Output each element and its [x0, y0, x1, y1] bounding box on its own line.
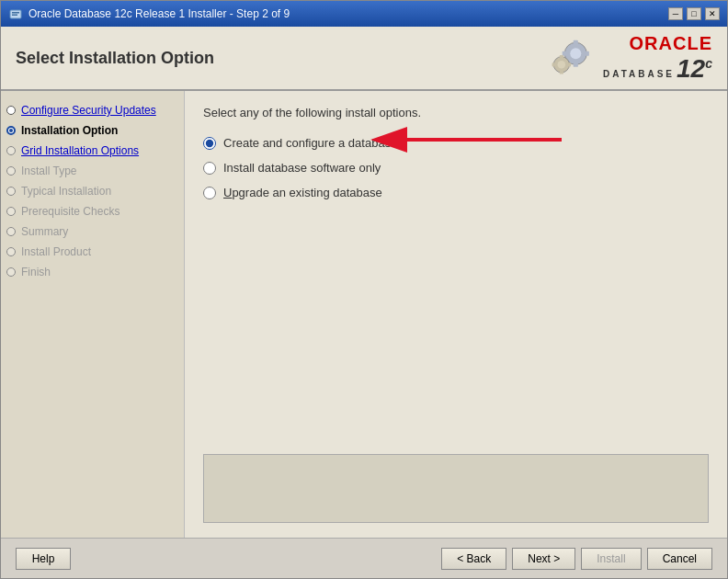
help-button[interactable]: Help — [16, 548, 71, 570]
sidebar-label-installation-option: Installation Option — [21, 124, 118, 137]
oracle-db-line: DATABASE 12c — [603, 54, 712, 84]
header: Select Installation Option ORACLE — [1, 27, 727, 91]
svg-point-4 — [570, 48, 581, 59]
oracle-text-block: ORACLE DATABASE 12c — [603, 33, 712, 84]
sidebar-label-grid-installation: Grid Installation Options — [21, 144, 139, 157]
svg-rect-13 — [552, 62, 555, 66]
step-dot-3 — [6, 146, 16, 155]
svg-point-10 — [558, 61, 566, 69]
main-panel: Select any of the following install opti… — [185, 91, 727, 538]
step-dot-7 — [6, 227, 16, 236]
radio-upgrade-existing[interactable] — [203, 187, 216, 199]
option-create-configure[interactable]: Create and configure a database — [203, 136, 709, 150]
window-title: Oracle Database 12c Release 1 Installer … — [28, 7, 290, 20]
sidebar-item-install-type: Install Type — [1, 161, 184, 181]
sidebar: Configure Security Updates Installation … — [1, 91, 185, 538]
oracle-gears-icon — [544, 35, 599, 81]
option-software-only[interactable]: Install database software only — [203, 161, 709, 175]
content-area: Configure Security Updates Installation … — [1, 91, 727, 538]
svg-rect-1 — [12, 12, 19, 14]
footer-nav-buttons: < Back Next > Install Cancel — [441, 548, 712, 570]
page-title: Select Installation Option — [16, 49, 214, 68]
sidebar-item-installation-option: Installation Option — [1, 120, 184, 141]
svg-rect-6 — [574, 63, 578, 67]
cancel-button[interactable]: Cancel — [647, 548, 712, 570]
svg-rect-5 — [574, 40, 578, 44]
sidebar-label-prerequisite-checks: Prerequisite Checks — [21, 205, 119, 218]
oracle-wordmark: ORACLE — [630, 33, 712, 54]
title-bar-left: Oracle Database 12c Release 1 Installer … — [8, 6, 290, 21]
footer: Help < Back Next > Install Cancel — [1, 538, 727, 578]
sidebar-label-install-product: Install Product — [21, 245, 91, 258]
close-button[interactable]: ✕ — [705, 7, 720, 20]
back-button[interactable]: < Back — [441, 548, 506, 570]
step-dot-4 — [6, 166, 16, 176]
sidebar-label-summary: Summary — [21, 225, 68, 238]
step-dot-8 — [6, 247, 16, 256]
oracle-logo: ORACLE DATABASE 12c — [544, 33, 712, 84]
sidebar-label-typical-installation: Typical Installation — [21, 185, 111, 198]
sidebar-item-typical-installation: Typical Installation — [1, 181, 184, 201]
app-icon — [8, 6, 23, 21]
svg-rect-11 — [560, 55, 563, 58]
sidebar-item-install-product: Install Product — [1, 242, 184, 262]
minimize-button[interactable]: ─ — [668, 7, 683, 20]
installation-options-group: Create and configure a database Install … — [203, 136, 709, 199]
title-bar: Oracle Database 12c Release 1 Installer … — [1, 1, 727, 27]
step-dot-2 — [6, 126, 16, 135]
next-button[interactable]: Next > — [512, 548, 575, 570]
step-dot-9 — [6, 267, 16, 277]
option-upgrade-existing-label: Upgrade an existing database — [223, 186, 382, 199]
sidebar-label-install-type: Install Type — [21, 165, 76, 177]
window-controls: ─ □ ✕ — [668, 7, 720, 20]
option-software-only-label: Install database software only — [223, 161, 381, 175]
sidebar-item-summary: Summary — [1, 221, 184, 242]
step-dot-1 — [6, 106, 16, 115]
step-dot-6 — [6, 207, 16, 216]
oracle-database-label: DATABASE — [603, 69, 675, 79]
option-create-configure-label: Create and configure a database — [223, 136, 397, 150]
svg-rect-12 — [560, 71, 563, 74]
installer-window: Oracle Database 12c Release 1 Installer … — [0, 0, 728, 579]
oracle-version: 12c — [677, 54, 712, 84]
sidebar-item-prerequisite-checks: Prerequisite Checks — [1, 201, 184, 221]
svg-rect-2 — [12, 15, 17, 17]
description-box — [203, 454, 709, 523]
instruction-text: Select any of the following install opti… — [203, 106, 709, 119]
maximize-button[interactable]: □ — [687, 7, 701, 20]
sidebar-label-configure-security: Configure Security Updates — [21, 104, 156, 117]
sidebar-item-configure-security-updates[interactable]: Configure Security Updates — [1, 100, 184, 120]
install-button[interactable]: Install — [581, 548, 641, 570]
sidebar-item-grid-installation-options[interactable]: Grid Installation Options — [1, 141, 184, 161]
option-upgrade-existing[interactable]: Upgrade an existing database — [203, 186, 709, 199]
sidebar-label-finish: Finish — [21, 266, 51, 278]
step-dot-5 — [6, 187, 16, 196]
radio-create-configure[interactable] — [203, 137, 216, 150]
svg-rect-14 — [568, 62, 571, 66]
radio-software-only[interactable] — [203, 162, 216, 175]
sidebar-item-finish: Finish — [1, 262, 184, 282]
svg-rect-8 — [586, 51, 589, 56]
